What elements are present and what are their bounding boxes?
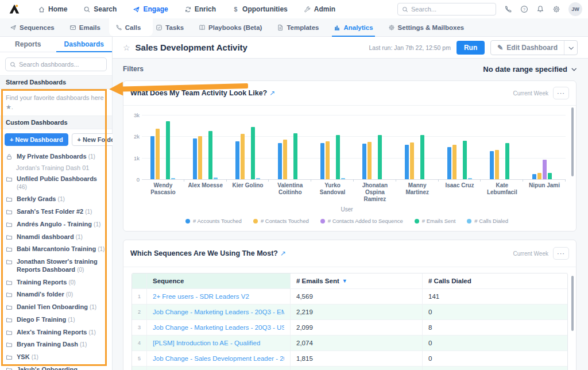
folder-item[interactable]: Jakub's Onboarding Dashboard (1) — [0, 364, 112, 370]
bar[interactable] — [241, 134, 245, 179]
help-icon[interactable]: ? — [520, 5, 528, 13]
sub-nav-item-analytics[interactable]: Analytics — [326, 18, 380, 36]
bar[interactable] — [532, 174, 536, 179]
sub-nav-item-sequences[interactable]: Sequences — [2, 18, 62, 36]
sub-nav-item-emails[interactable]: Emails — [62, 18, 108, 36]
bar[interactable] — [468, 178, 472, 179]
bar[interactable] — [278, 143, 282, 179]
bar[interactable] — [235, 141, 239, 179]
bar[interactable] — [283, 140, 287, 179]
legend-item[interactable]: # Emails Sent — [415, 218, 456, 224]
bar[interactable] — [447, 147, 451, 179]
sequence-link[interactable]: [PLSM] Introduction to AE - Qualified — [153, 340, 260, 346]
bar[interactable] — [208, 131, 212, 179]
folder-item[interactable]: Training Reports (0) — [0, 276, 112, 289]
bar[interactable] — [198, 136, 202, 179]
legend-item[interactable]: # Calls Dialed — [467, 218, 508, 224]
sequences-card-title[interactable]: Which Sequences Are We Using The Most? — [130, 249, 278, 257]
activity-card-title[interactable]: What Does My Team Activity Look Like? — [130, 89, 267, 97]
bar[interactable] — [368, 142, 372, 179]
bar[interactable] — [505, 143, 509, 179]
edit-dashboard-caret[interactable] — [564, 41, 577, 55]
bar[interactable] — [166, 121, 170, 179]
bar[interactable] — [336, 135, 340, 179]
bar[interactable] — [156, 129, 160, 179]
top-nav-item-home[interactable]: Home — [30, 0, 75, 18]
bar[interactable] — [326, 141, 330, 179]
top-nav-item-search[interactable]: Search — [75, 0, 125, 18]
bar[interactable] — [193, 138, 197, 179]
folder-item[interactable]: Jonathan Stower's training Reports Dashb… — [0, 256, 112, 276]
bar[interactable] — [463, 141, 467, 179]
top-nav-item-admin[interactable]: Admin — [296, 0, 343, 18]
sequence-link[interactable]: Job Change - Sales Development Leader - … — [153, 355, 284, 362]
sub-nav-item-playbooks-beta-[interactable]: Playbooks (Beta) — [191, 18, 269, 36]
bar[interactable] — [537, 173, 541, 179]
sub-nav-item-tasks[interactable]: Tasks — [148, 18, 191, 36]
sub-nav-item-settings-mailboxes[interactable]: Settings & Mailboxes — [381, 18, 472, 36]
new-dashboard-button[interactable]: + New Dashboard — [5, 133, 68, 146]
sub-nav-item-templates[interactable]: Templates — [269, 18, 326, 36]
apollo-logo-icon[interactable] — [8, 3, 21, 16]
star-icon[interactable]: ☆ — [123, 43, 130, 52]
folder-item[interactable]: Nnamdi's folder (0) — [0, 288, 112, 301]
edit-dashboard-main[interactable]: ✎Edit Dashboard — [491, 41, 564, 55]
bar[interactable] — [256, 178, 260, 179]
dashboard-search[interactable] — [5, 57, 107, 71]
folder-item[interactable]: Daniel Tien Onboarding (1) — [0, 301, 112, 314]
activity-more-button[interactable]: ··· — [553, 87, 569, 99]
legend-item[interactable]: # Accounts Touched — [185, 218, 242, 224]
dashboard-item[interactable]: Jordan's Training Dash 01 — [0, 163, 112, 173]
sequence-link[interactable]: Job Change - Marketing Leaders - 20Q3 - … — [153, 309, 284, 315]
top-nav-item-engage[interactable]: Engage — [125, 0, 176, 18]
legend-item[interactable]: # Contacts Added to Sequence — [320, 218, 403, 224]
bar[interactable] — [543, 160, 547, 179]
folder-item[interactable]: My Private Dashboards (1) — [0, 151, 112, 163]
bell-icon[interactable] — [536, 5, 544, 13]
phone-icon[interactable] — [504, 5, 512, 13]
tab-reports[interactable]: Reports — [0, 37, 56, 52]
column-header-calls-dialed[interactable]: # Calls Dialed — [423, 273, 567, 288]
bar[interactable] — [405, 145, 409, 179]
card-scrollbar[interactable] — [571, 276, 574, 331]
tab-dashboards[interactable]: Dashboards — [56, 37, 113, 52]
card-scrollbar[interactable] — [571, 107, 574, 176]
folder-item[interactable]: Sarah's Test Folder #2 (1) — [0, 206, 112, 218]
bar[interactable] — [293, 133, 297, 179]
global-search-input[interactable] — [411, 6, 492, 13]
run-button[interactable]: Run — [457, 41, 485, 55]
folder-item[interactable]: YSK (1) — [0, 351, 112, 364]
bar[interactable] — [378, 135, 382, 179]
avatar[interactable]: JW — [568, 2, 582, 16]
global-search[interactable] — [397, 3, 496, 16]
bar[interactable] — [548, 173, 552, 179]
bar[interactable] — [362, 144, 366, 179]
bar[interactable] — [214, 178, 218, 179]
folder-item[interactable]: Berkly Grads (1) — [0, 193, 112, 206]
column-header-sequence[interactable]: Sequence — [147, 273, 291, 288]
folder-item[interactable]: Alex's Training Reports (1) — [0, 326, 112, 339]
folder-item[interactable]: Babi Marcantonio Training (1) — [0, 243, 112, 256]
external-link-icon[interactable]: ↗ — [269, 89, 275, 97]
bar[interactable] — [495, 150, 499, 179]
date-range-selector[interactable]: No date range specified — [483, 65, 575, 74]
legend-item[interactable]: # Contacts Touched — [253, 218, 309, 224]
bar[interactable] — [320, 143, 324, 179]
folder-item[interactable]: Diego F Training (1) — [0, 314, 112, 326]
external-link-icon[interactable]: ↗ — [280, 249, 286, 257]
bar[interactable] — [452, 145, 457, 179]
bar[interactable] — [251, 127, 255, 179]
dashboard-search-input[interactable] — [19, 61, 102, 68]
folder-item[interactable]: Nnamdi dashboard (1) — [0, 231, 112, 244]
gear-icon[interactable] — [552, 5, 560, 13]
top-nav-item-opportunities[interactable]: $Opportunities — [224, 0, 296, 18]
sequences-more-button[interactable]: ··· — [553, 247, 569, 260]
sequence-link[interactable]: 2+ Free users - SDR Leaders V2 — [153, 293, 249, 300]
bar[interactable] — [171, 178, 175, 179]
bar[interactable] — [420, 135, 424, 179]
folder-item[interactable]: Unfiled Public Dashboards (46) — [0, 173, 112, 194]
column-header-emails-sent[interactable]: # Emails Sent▼ — [291, 273, 423, 288]
folder-item[interactable]: Andrés Angulo - Training (1) — [0, 218, 112, 231]
bar[interactable] — [490, 151, 494, 179]
sequence-link[interactable]: Job Change - Marketing Leaders - 20Q3 - … — [153, 324, 284, 331]
